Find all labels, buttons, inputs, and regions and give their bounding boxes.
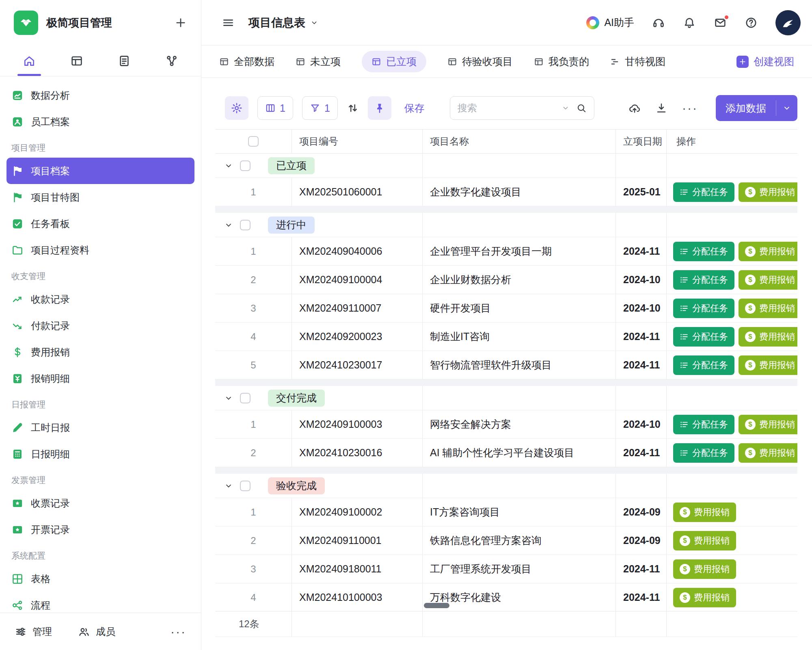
view-tab-未立项[interactable]: 未立项 bbox=[296, 55, 341, 68]
sidebar-item-项目过程资料[interactable]: 项目过程资料 bbox=[6, 237, 194, 263]
sidebar-item-项目甘特图[interactable]: 项目甘特图 bbox=[6, 184, 194, 210]
group-checkbox[interactable] bbox=[240, 220, 251, 230]
table-row[interactable]: 2XM202409110001铁路信息化管理方案咨询2024-09$费用报销 bbox=[215, 526, 797, 555]
search-scope-chevron-icon[interactable] bbox=[561, 104, 570, 112]
export-icon[interactable] bbox=[655, 102, 667, 114]
sidebar-item-员工档案[interactable]: 员工档案 bbox=[6, 108, 194, 135]
sidebar-item-表格[interactable]: 表格 bbox=[6, 566, 194, 592]
ai-assistant-button[interactable]: AI助手 bbox=[586, 16, 634, 29]
sidebar-item-付款记录[interactable]: 付款记录 bbox=[6, 312, 194, 339]
select-all-checkbox[interactable] bbox=[248, 136, 259, 147]
sidebar-item-费用报销[interactable]: 费用报销 bbox=[6, 339, 194, 365]
search-box[interactable] bbox=[450, 96, 594, 120]
column-header-actions[interactable]: 操作 bbox=[666, 130, 797, 153]
assign-task-button[interactable]: 分配任务 bbox=[673, 355, 734, 375]
group-checkbox[interactable] bbox=[240, 393, 251, 403]
group-checkbox[interactable] bbox=[240, 481, 251, 491]
import-icon[interactable] bbox=[628, 102, 641, 114]
view-tab-全部数据[interactable]: 全部数据 bbox=[219, 55, 274, 68]
avatar[interactable] bbox=[775, 10, 801, 35]
expense-task-button[interactable]: $费用报销 bbox=[673, 503, 736, 522]
expense-task-button[interactable]: $费用报销 bbox=[739, 299, 797, 318]
settings-button[interactable] bbox=[225, 96, 248, 120]
expense-task-button[interactable]: $费用报销 bbox=[739, 242, 797, 261]
expense-task-button[interactable]: $费用报销 bbox=[673, 531, 736, 550]
assign-task-button[interactable]: 分配任务 bbox=[673, 327, 734, 347]
action-button-label: 费用报销 bbox=[759, 359, 795, 371]
add-data-button[interactable]: 添加数据 bbox=[716, 95, 797, 121]
pin-button[interactable] bbox=[368, 96, 391, 120]
column-header-project-name[interactable]: 项目名称 bbox=[422, 130, 615, 153]
search-input[interactable] bbox=[458, 102, 555, 114]
horizontal-scrollbar-thumb[interactable] bbox=[424, 603, 449, 608]
tab-documents[interactable] bbox=[107, 46, 142, 76]
filter-button[interactable]: 1 bbox=[302, 96, 338, 120]
table-row[interactable]: 3XM202409180011工厂管理系统开发项目2024-11$费用报销 bbox=[215, 555, 797, 583]
sidebar-item-数据分析[interactable]: 数据分析 bbox=[6, 82, 194, 108]
assign-task-button[interactable]: 分配任务 bbox=[673, 242, 734, 261]
assign-task-button[interactable]: 分配任务 bbox=[673, 415, 734, 434]
sidebar-item-任务看板[interactable]: 任务看板 bbox=[6, 210, 194, 237]
group-checkbox[interactable] bbox=[240, 160, 251, 171]
manage-button[interactable]: 管理 bbox=[15, 625, 52, 638]
toolbar-more-button[interactable]: ··· bbox=[682, 102, 698, 114]
column-header-start-date[interactable]: 立项日期 bbox=[615, 130, 666, 153]
search-icon[interactable] bbox=[576, 103, 587, 113]
add-data-caret[interactable] bbox=[776, 95, 797, 121]
expense-task-button[interactable]: $费用报销 bbox=[739, 415, 797, 434]
table-row[interactable]: 4XM202410100003万科数字化建设2024-11$费用报销 bbox=[215, 583, 797, 611]
support-icon[interactable] bbox=[652, 16, 665, 29]
project-code-cell: XM202410230017 bbox=[292, 351, 422, 379]
table-row[interactable]: 2XM202409100004企业业财数据分析2024-10分配任务$费用报销 bbox=[215, 266, 797, 294]
assign-task-button[interactable]: 分配任务 bbox=[673, 299, 734, 318]
save-button[interactable]: 保存 bbox=[404, 102, 425, 115]
page-title[interactable]: 项目信息表 bbox=[248, 15, 318, 30]
sidebar-item-项目档案[interactable]: 项目档案 bbox=[6, 158, 194, 184]
table-row[interactable]: 1XM202501060001企业数字化建设项目2025-01分配任务$费用报销 bbox=[215, 178, 797, 206]
table-row[interactable]: 2XM202410230016AI 辅助个性化学习平台建设项目2024-11分配… bbox=[215, 439, 797, 467]
view-tab-已立项[interactable]: 已立项 bbox=[362, 51, 426, 72]
sidebar-item-流程[interactable]: 流程 bbox=[6, 592, 194, 613]
expense-task-button[interactable]: $费用报销 bbox=[739, 270, 797, 290]
sort-icon[interactable] bbox=[347, 102, 359, 114]
table-row[interactable]: 1XM202409100003网络安全解决方案2024-10分配任务$费用报销 bbox=[215, 410, 797, 439]
expense-task-button[interactable]: $费用报销 bbox=[673, 559, 736, 579]
view-tab-甘特视图[interactable]: 甘特视图 bbox=[610, 55, 665, 68]
inbox-button[interactable] bbox=[714, 16, 727, 29]
tab-home[interactable] bbox=[12, 46, 47, 76]
view-tab-我负责的[interactable]: 我负责的 bbox=[534, 55, 589, 68]
sidebar-item-日报明细[interactable]: 日报明细 bbox=[6, 441, 194, 467]
view-tab-待验收项目[interactable]: 待验收项目 bbox=[447, 55, 513, 68]
expense-task-button[interactable]: $费用报销 bbox=[673, 588, 736, 607]
sidebar-item-收票记录[interactable]: 收票记录 bbox=[6, 490, 194, 516]
sidebar-item-报销明细[interactable]: 报销明细 bbox=[6, 365, 194, 392]
add-workspace-icon[interactable] bbox=[174, 16, 187, 29]
assign-task-button[interactable]: 分配任务 bbox=[673, 443, 734, 463]
expense-task-button[interactable]: $费用报销 bbox=[739, 327, 797, 347]
table-row[interactable]: 4XM202409200023制造业IT咨询2024-11分配任务$费用报销 bbox=[215, 323, 797, 351]
sidebar-item-工时日报[interactable]: 工时日报 bbox=[6, 414, 194, 441]
field-config-button[interactable]: 1 bbox=[257, 96, 293, 120]
sidebar-more-button[interactable]: ··· bbox=[171, 626, 186, 638]
expense-task-button[interactable]: $费用报销 bbox=[739, 355, 797, 375]
menu-toggle-icon[interactable] bbox=[222, 16, 235, 29]
table-row[interactable]: 1XM202409100002IT方案咨询项目2024-09$费用报销 bbox=[215, 498, 797, 526]
members-button[interactable]: 成员 bbox=[78, 625, 115, 638]
expense-task-button[interactable]: $费用报销 bbox=[739, 182, 797, 202]
notifications-icon[interactable] bbox=[683, 16, 696, 29]
sidebar-item-开票记录[interactable]: 开票记录 bbox=[6, 516, 194, 543]
assign-task-button[interactable]: 分配任务 bbox=[673, 182, 734, 202]
tab-flows[interactable] bbox=[154, 46, 189, 76]
column-header-project-code[interactable]: 项目编号 bbox=[292, 130, 422, 153]
table-row[interactable]: 3XM202409110007硬件开发项目2024-10分配任务$费用报销 bbox=[215, 294, 797, 323]
assign-task-button[interactable]: 分配任务 bbox=[673, 270, 734, 290]
project-date-cell: 2024-09 bbox=[615, 498, 666, 526]
project-date-cell: 2024-11 bbox=[615, 237, 666, 265]
sidebar-item-收款记录[interactable]: 收款记录 bbox=[6, 286, 194, 312]
table-row[interactable]: 5XM202410230017智行物流管理软件升级项目2024-11分配任务$费… bbox=[215, 351, 797, 379]
tab-tables[interactable] bbox=[59, 46, 94, 76]
table-row[interactable]: 1XM202409040006企业管理平台开发项目一期2024-11分配任务$费… bbox=[215, 237, 797, 266]
expense-task-button[interactable]: $费用报销 bbox=[739, 443, 797, 463]
help-icon[interactable] bbox=[745, 16, 758, 29]
create-view-button[interactable]: 创建视图 bbox=[736, 55, 794, 68]
